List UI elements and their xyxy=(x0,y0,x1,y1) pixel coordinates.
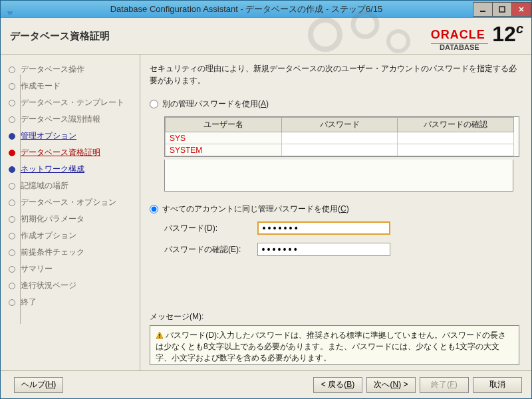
maximize-button[interactable] xyxy=(492,2,512,17)
svg-rect-6 xyxy=(159,337,160,338)
svg-point-2 xyxy=(311,20,340,49)
nav-db-credentials[interactable]: データベース資格証明 xyxy=(9,144,140,161)
col-pwd: パスワード xyxy=(281,118,398,132)
svg-rect-1 xyxy=(499,7,505,12)
table-header: ユーザー名 パスワード パスワードの確認 xyxy=(166,118,514,132)
nav-create-options: 作成オプション xyxy=(9,227,140,244)
warning-icon xyxy=(156,331,164,339)
titlebar: Database Configuration Assistant - データベー… xyxy=(1,1,531,18)
nav-mgmt-options[interactable]: 管理オプション xyxy=(9,128,140,144)
nav-storage: 記憶域の場所 xyxy=(9,178,140,194)
intro-text: セキュリティの理由により、新規データベースの次のユーザー・アカウントのパスワード… xyxy=(150,63,519,86)
window-buttons xyxy=(473,2,531,17)
nav-progress: 進行状況ページ xyxy=(9,277,140,294)
nav-db-options: データベース・オプション xyxy=(9,194,140,211)
nav-db-id: データベース識別情報 xyxy=(9,111,140,128)
back-button[interactable]: < 戻る(B) xyxy=(313,377,362,393)
radio-different-label: 別の管理パスワードを使用(A) xyxy=(162,98,269,110)
content-pane: セキュリティの理由により、新規データベースの次のユーザー・アカウントのパスワード… xyxy=(140,55,531,370)
window-title: Database Configuration Assistant - データベー… xyxy=(19,3,473,15)
table-empty-area xyxy=(164,160,513,192)
gear-decor xyxy=(305,11,438,61)
radio-same-label: すべてのアカウントに同じ管理パスワードを使用(C) xyxy=(162,203,349,215)
password-input[interactable] xyxy=(257,221,390,235)
nav-prereq: 前提条件チェック xyxy=(9,244,140,261)
wizard-sidebar: データベース操作 作成モード データベース・テンプレート データベース識別情報 … xyxy=(1,55,140,370)
messages-label: メッセージ(M): xyxy=(150,311,519,323)
app-window: Database Configuration Assistant - データベー… xyxy=(0,0,532,399)
confirm-label: パスワードの確認(E): xyxy=(164,244,257,255)
confirm-row: パスワードの確認(E): xyxy=(164,243,519,256)
body: データベース操作 作成モード データベース・テンプレート データベース識別情報 … xyxy=(1,55,531,370)
messages-text: パスワード(D):入力したパスワードは、推奨される標準に準拠していません。パスワ… xyxy=(156,331,506,362)
close-button[interactable] xyxy=(511,2,531,17)
col-user: ユーザー名 xyxy=(166,118,282,132)
messages-box[interactable]: パスワード(D):入力したパスワードは、推奨される標準に準拠していません。パスワ… xyxy=(150,325,519,365)
java-icon xyxy=(5,4,15,15)
radio-different-input[interactable] xyxy=(150,100,158,108)
page-title: データベース資格証明 xyxy=(10,30,110,43)
password-row: パスワード(D): xyxy=(164,221,519,235)
finish-button: 終了(F) xyxy=(420,377,469,393)
minimize-button[interactable] xyxy=(473,2,493,17)
cell-user-system: SYSTEM xyxy=(166,144,282,156)
footer: ヘルプ(H) < 戻る(B) 次へ(N) > 終了(F) 取消 xyxy=(1,370,531,398)
table-row: SYS xyxy=(166,132,514,144)
nav-template: データベース・テンプレート xyxy=(9,94,140,111)
cell-pwd-system[interactable] xyxy=(281,144,398,156)
radio-different-passwords[interactable]: 別の管理パスワードを使用(A) xyxy=(150,98,519,110)
nav-summary: サマリー xyxy=(9,261,140,277)
password-table: ユーザー名 パスワード パスワードの確認 SYS SYSTEM xyxy=(164,116,519,157)
logo-version: 12c xyxy=(492,22,523,45)
logo-subtitle: DATABASE xyxy=(431,43,488,51)
svg-rect-0 xyxy=(480,11,485,12)
cell-confirm-sys[interactable] xyxy=(398,132,514,144)
nav-network[interactable]: ネットワーク構成 xyxy=(9,161,140,178)
nav-init-params: 初期化パラメータ xyxy=(9,211,140,227)
svg-point-4 xyxy=(388,31,408,51)
cancel-button[interactable]: 取消 xyxy=(473,377,522,393)
logo-brand: ORACLE xyxy=(431,29,485,41)
password-label: パスワード(D): xyxy=(164,223,257,234)
svg-rect-5 xyxy=(159,334,160,336)
cell-user-sys: SYS xyxy=(166,132,282,144)
help-button[interactable]: ヘルプ(H) xyxy=(14,377,63,393)
oracle-logo: ORACLE 12c DATABASE xyxy=(431,22,523,51)
col-confirm: パスワードの確認 xyxy=(398,118,514,132)
nav-create-mode: 作成モード xyxy=(9,78,140,94)
cell-confirm-system[interactable] xyxy=(398,144,514,156)
radio-same-password[interactable]: すべてのアカウントに同じ管理パスワードを使用(C) xyxy=(150,203,519,215)
cell-pwd-sys[interactable] xyxy=(281,132,398,144)
header: データベース資格証明 ORACLE 12c DATABASE xyxy=(1,18,531,55)
confirm-input[interactable] xyxy=(257,243,390,256)
next-button[interactable]: 次へ(N) > xyxy=(366,377,416,393)
table-row: SYSTEM xyxy=(166,144,514,156)
nav-finish: 終了 xyxy=(9,294,140,311)
nav-db-operation: データベース操作 xyxy=(9,61,140,78)
radio-same-input[interactable] xyxy=(150,205,158,213)
